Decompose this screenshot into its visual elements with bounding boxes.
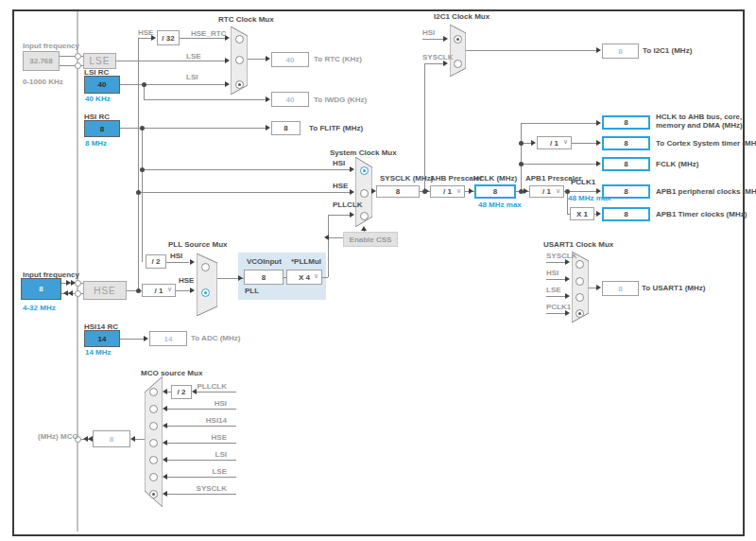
wire <box>120 84 225 85</box>
apb1-prescaler-dropdown[interactable]: / 1∨ <box>529 185 564 198</box>
arrow-left-icon <box>163 423 167 428</box>
chip-pin <box>75 290 81 297</box>
hse-input-frequency-field[interactable]: 8 <box>21 278 61 300</box>
mco-output-box: 8 <box>93 430 130 447</box>
sysclk-value-box: 8 <box>376 185 420 198</box>
usart1-output-box: 8 <box>602 281 639 296</box>
fclk-output-box: 8 <box>602 157 650 171</box>
usart1-input-lse[interactable] <box>576 293 584 302</box>
sysmux-pllclk-label: PLLCLK <box>333 201 363 209</box>
hclk-value-box[interactable]: 8 <box>474 184 516 199</box>
arrow-right-icon <box>144 336 148 341</box>
rtc-mux-input-lsi[interactable] <box>235 80 244 89</box>
lsi-rc-title: LSI RC <box>84 68 109 77</box>
arrow-right-icon <box>596 120 601 126</box>
cortex-divider-dropdown[interactable]: / 1∨ <box>537 136 572 149</box>
rtc-mux-input-lse[interactable] <box>235 56 244 64</box>
sysmux-input-hsi[interactable] <box>360 166 369 175</box>
arrow-right-icon <box>350 189 354 195</box>
arrow-left-icon <box>163 406 167 411</box>
junction-dot <box>519 162 524 166</box>
chevron-down-icon: ∨ <box>314 272 318 280</box>
arrow-left-icon <box>163 491 167 497</box>
vco-input-box: 8 <box>244 270 284 285</box>
wire <box>521 123 522 191</box>
mco-input-hsi[interactable] <box>149 405 158 413</box>
junction-dot <box>422 189 427 194</box>
wire <box>142 169 350 170</box>
usart1-input-hsi[interactable] <box>576 277 584 286</box>
arrow-right-icon <box>596 47 601 53</box>
arrow-right-icon <box>443 36 448 42</box>
hclk-ahb-label-line1: HCLK to AHB bus, core, <box>656 113 742 121</box>
mco-input-pllclk[interactable] <box>149 388 158 396</box>
pllmul-dropdown[interactable]: X 4∨ <box>286 270 322 285</box>
mco-sysclk-label: SYSCLK <box>170 484 227 493</box>
iwdg-output-box: 40 <box>271 92 309 107</box>
chevron-down-icon: ∨ <box>456 187 461 195</box>
mco-input-hsi14[interactable] <box>149 422 158 430</box>
pllsrc-input-hsi[interactable] <box>201 263 210 271</box>
mco-input-lsi[interactable] <box>149 456 158 464</box>
mco-lsi-label: LSI <box>170 450 227 459</box>
hclk-max-label: 48 MHz max <box>478 201 522 209</box>
usart1-input-sysclk[interactable] <box>576 260 584 269</box>
mco-input-sysclk[interactable] <box>149 490 158 498</box>
i2c1-hsi-label: HSI <box>422 28 435 37</box>
enable-css-button[interactable]: Enable CSS <box>343 232 398 247</box>
usart1-hsi-label: HSI <box>546 269 558 277</box>
wire <box>521 164 597 165</box>
sysmux-input-pllclk[interactable] <box>360 212 369 220</box>
arrow-right-icon <box>469 188 473 194</box>
wire <box>166 443 236 444</box>
arrow-right-icon <box>596 140 601 146</box>
mco-input-hse[interactable] <box>149 439 158 447</box>
vco-input-label: VCOInput <box>247 257 282 266</box>
wire <box>424 63 445 64</box>
arrow-right-icon <box>565 293 570 299</box>
i2c1-mux-input-hsi[interactable] <box>454 35 462 44</box>
wire <box>328 215 350 216</box>
junction-dot <box>136 190 141 195</box>
apb1-peripheral-label: APB1 peripheral clocks (MHz) <box>656 187 756 196</box>
sysmux-input-hse[interactable] <box>360 189 369 198</box>
usart1-input-pclk1[interactable] <box>576 309 584 318</box>
wire <box>120 339 144 340</box>
lse-range-label: 0-1000 KHz <box>23 78 63 86</box>
wire <box>166 494 236 495</box>
hsi-freq-label: 8 MHz <box>85 139 107 148</box>
pllsrc-input-hse[interactable] <box>201 288 210 297</box>
junction-dot <box>519 189 524 194</box>
lsi-freq-label: 40 KHz <box>85 95 111 103</box>
diagram-frame <box>12 9 745 536</box>
usart1-clock-mux-title: USART1 Clock Mux <box>543 240 613 249</box>
ahb-prescaler-dropdown[interactable]: / 1∨ <box>430 185 465 198</box>
arrow-right-icon <box>596 161 601 166</box>
apb1-timer-output-box: 8 <box>602 207 650 221</box>
rtc-mux-input-hse-rtc[interactable] <box>235 35 244 44</box>
arrow-right-icon <box>565 276 570 282</box>
pll-hse-divider-dropdown[interactable]: / 1∨ <box>142 284 176 297</box>
arrow-right-icon <box>266 96 270 102</box>
wire <box>424 63 425 191</box>
mco-input-lse[interactable] <box>149 473 158 481</box>
mco-hsi14-label: HSI14 <box>170 416 227 425</box>
hclk-mhz-label: HCLK (MHz) <box>473 174 517 183</box>
wire <box>328 215 329 277</box>
arrow-left-icon <box>163 457 167 462</box>
i2c1-output-box: 8 <box>602 44 639 59</box>
pclk1-max-label: 48 MHz max <box>568 194 611 202</box>
lsi-rc-box: 40 <box>84 76 120 94</box>
hse-range-label: 4-32 MHz <box>23 304 56 312</box>
pll-hse-divider-value: / 1 <box>155 287 163 295</box>
junction-dot <box>142 82 146 87</box>
to-usart1-label: To USART1 (MHz) <box>642 284 705 292</box>
mco-pllclk-label: PLLCLK <box>170 382 227 391</box>
i2c1-clock-mux <box>450 25 466 77</box>
i2c1-mux-input-sysclk[interactable] <box>454 60 462 68</box>
wire <box>329 237 343 238</box>
usart1-sysclk-label: SYSCLK <box>546 252 576 260</box>
hsi14-freq-label: 14 MHz <box>85 348 112 357</box>
pllmul-label: *PLLMul <box>291 257 321 266</box>
rtc-clock-mux-title: RTC Clock Mux <box>218 15 274 24</box>
